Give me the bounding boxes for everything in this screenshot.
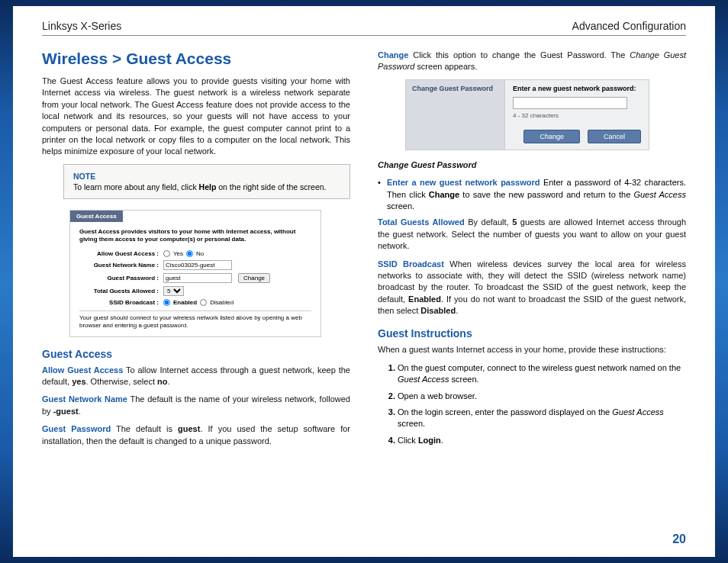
netname-label: Guest Network Name : (79, 262, 163, 269)
shot2-prompt: Enter a new guest network password: (513, 85, 641, 92)
change-button[interactable]: Change (238, 273, 270, 283)
note-text: To learn more about any field, click Hel… (73, 182, 327, 191)
header-left: Linksys X-Series (42, 20, 121, 32)
dialog-change-button[interactable]: Change (523, 130, 580, 143)
instructions-heading: Guest Instructions (378, 327, 686, 339)
instructions-intro: When a guest wants Internet access in yo… (378, 344, 686, 355)
ssid-disabled-radio[interactable] (200, 299, 207, 306)
allow-yes-radio[interactable] (163, 250, 170, 257)
total-select[interactable]: 5 (163, 286, 184, 296)
shot1-tab: Guest Access (70, 211, 123, 222)
new-password-input[interactable] (513, 97, 627, 109)
page-number: 20 (672, 532, 686, 546)
allow-no-text: No (196, 250, 204, 257)
ssid-disabled-text: Disabled (210, 299, 234, 306)
cgp-bullet: Enter a new guest network password Enter… (387, 177, 686, 212)
ssid-label: SSID Broadcast : (79, 299, 163, 306)
instructions-list: On the guest computer, connect to the wi… (378, 362, 686, 446)
note-box: NOTE To learn more about any field, clic… (63, 164, 350, 199)
change-paragraph: Change Click this option to change the G… (378, 50, 686, 73)
ssid-paragraph: SSID Broadcast When wireless devices sur… (378, 259, 686, 317)
header-right: Advanced Configuration (572, 20, 686, 32)
total-label: Total Guests Allowed : (79, 288, 163, 294)
change-password-screenshot: Change Guest Password Enter a new guest … (405, 79, 649, 150)
shot2-title: Change Guest Password (406, 80, 505, 150)
shot1-footer: Your guest should connect to your wirele… (79, 310, 311, 330)
allow-label: Allow Guest Access : (79, 250, 163, 257)
header-bar: Linksys X-Series Advanced Configuration (42, 20, 686, 36)
pwd-label: Guest Password : (79, 275, 163, 282)
cgp-heading: Change Guest Password (378, 159, 686, 171)
step-2: Open a web browser. (398, 391, 686, 402)
note-title: NOTE (73, 171, 340, 182)
netname-input[interactable] (163, 260, 232, 270)
left-column: Wireless > Guest Access The Guest Access… (42, 50, 350, 453)
netname-paragraph: Guest Network Name The default is the na… (42, 394, 350, 417)
manual-page: Linksys X-Series Advanced Configuration … (13, 6, 715, 557)
page-title: Wireless > Guest Access (42, 50, 350, 68)
pwd-paragraph: Guest Password The default is guest. If … (42, 423, 350, 447)
total-paragraph: Total Guests Allowed By default, 5 guest… (378, 217, 686, 252)
guest-access-screenshot: Guest Access Guest Access provides visit… (69, 210, 321, 337)
step-3: On the login screen, enter the password … (398, 407, 686, 430)
allow-paragraph: Allow Guest Access To allow Internet acc… (42, 365, 350, 388)
step-4: Click Login. (398, 435, 686, 446)
right-column: Change Click this option to change the G… (378, 50, 686, 453)
pwd-input[interactable] (163, 273, 232, 283)
allow-yes-text: Yes (173, 250, 183, 257)
allow-no-radio[interactable] (186, 250, 193, 257)
step-1: On the guest computer, connect to the wi… (398, 362, 686, 386)
shot2-chars: 4 - 32 characters (513, 112, 641, 119)
ssid-enabled-text: Enabled (173, 299, 197, 306)
guest-access-heading: Guest Access (42, 348, 350, 360)
ssid-enabled-radio[interactable] (163, 299, 170, 306)
shot1-desc: Guest Access provides visitors to your h… (79, 228, 311, 244)
dialog-cancel-button[interactable]: Cancel (588, 130, 641, 143)
intro-paragraph: The Guest Access feature allows you to p… (42, 76, 350, 158)
